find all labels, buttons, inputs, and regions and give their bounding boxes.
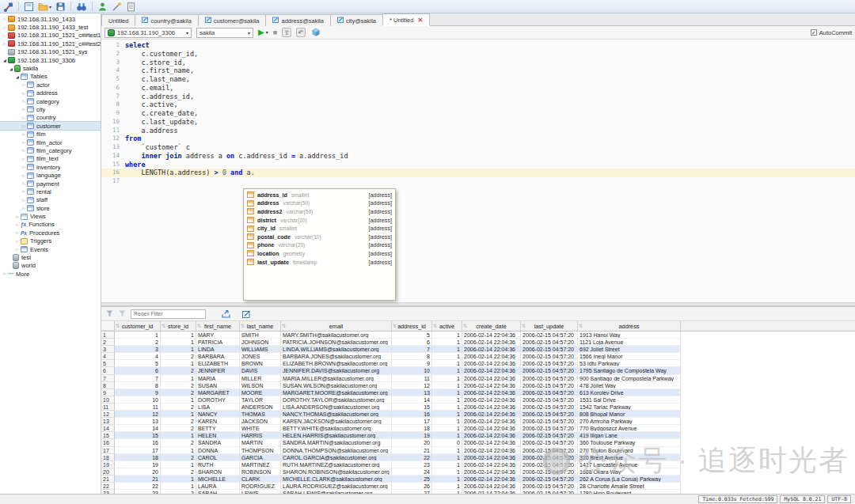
- column-header-last_update[interactable]: ⇅last_update: [521, 321, 578, 331]
- cell-email[interactable]: SHARON.ROBINSON@sakilacustomer.org: [281, 468, 392, 476]
- collapse-icon[interactable]: ◢: [2, 56, 8, 64]
- cell-last_name[interactable]: JACKSON: [240, 418, 281, 425]
- cell-first_name[interactable]: SUSAN: [196, 382, 240, 389]
- export-icon[interactable]: [221, 309, 231, 319]
- cell-last_name[interactable]: MILLER: [240, 375, 281, 382]
- cell-store_id[interactable]: 2: [161, 404, 196, 411]
- expand-icon[interactable]: ▷: [21, 138, 27, 146]
- cell-address[interactable]: 900 Santiago de Compostela Parkway: [578, 375, 681, 382]
- cell-last_name[interactable]: SMITH: [240, 332, 281, 339]
- cell-store_id[interactable]: 1: [161, 461, 196, 468]
- cell-address_id[interactable]: 10: [392, 367, 432, 374]
- table-row[interactable]: 20202SHARONROBINSONSHARON.ROBINSON@sakil…: [101, 468, 855, 476]
- cell-active[interactable]: 0: [432, 439, 462, 446]
- cell-active[interactable]: 1: [432, 360, 462, 367]
- table-row[interactable]: 662JENNIFERDAVISJENNIFER.DAVIS@sakilacus…: [101, 367, 855, 374]
- cell-last_name[interactable]: MARTINEZ: [240, 461, 281, 468]
- cell-customer_id[interactable]: 14: [115, 425, 161, 432]
- cell-last_update[interactable]: 2006-02-15 04:57:20: [521, 447, 578, 454]
- cell-first_name[interactable]: LINDA: [196, 346, 240, 353]
- expand-icon[interactable]: ▷: [21, 131, 27, 138]
- cell-active[interactable]: 1: [432, 411, 462, 418]
- cell-address_id[interactable]: 15: [392, 404, 432, 411]
- cell-address[interactable]: 808 Bhopal Manor: [578, 411, 681, 418]
- table-row[interactable]: 11112LISAANDERSONLISA.ANDERSON@sakilacus…: [101, 404, 855, 411]
- cell-store_id[interactable]: 1: [161, 476, 196, 483]
- cell-address[interactable]: 1531 Sal Drive: [578, 396, 681, 404]
- cell-email[interactable]: HELEN.HARRIS@sakilacustomer.org: [281, 432, 392, 439]
- cell-active[interactable]: 1: [432, 454, 462, 461]
- cell-store_id[interactable]: 1: [161, 375, 196, 382]
- sort-icon[interactable]: ⇅: [463, 321, 467, 331]
- suggestion-phone[interactable]: phonevarchar(20)[address]: [244, 241, 395, 250]
- cell-address_id[interactable]: 26: [392, 483, 432, 490]
- sort-icon[interactable]: ⇅: [522, 321, 526, 331]
- format-sql-icon[interactable]: [310, 27, 321, 39]
- cell-last_update[interactable]: 2006-02-15 04:57:20: [521, 389, 578, 396]
- cell-store_id[interactable]: 2: [161, 367, 196, 374]
- cell-address[interactable]: 1780 Hino Boulevard: [578, 490, 681, 494]
- cell-active[interactable]: 1: [432, 353, 462, 360]
- cell-customer_id[interactable]: 18: [115, 454, 161, 461]
- beautify-icon[interactable]: [111, 1, 123, 13]
- table-row[interactable]: 882SUSANWILSONSUSAN.WILSON@sakilacustome…: [101, 382, 855, 389]
- cell-store_id[interactable]: 1: [161, 396, 196, 404]
- cell-address_id[interactable]: 19: [392, 432, 432, 439]
- table-row[interactable]: 442BARBARAJONESBARBARA.JONES@sakilacusto…: [101, 353, 855, 360]
- cell-first_name[interactable]: DOROTHY: [196, 396, 240, 404]
- expand-icon[interactable]: ▷: [21, 172, 27, 180]
- cell-active[interactable]: 1: [432, 418, 462, 425]
- expand-icon[interactable]: ▷: [14, 213, 21, 221]
- column-header-active[interactable]: ⇅active: [432, 321, 462, 331]
- cell-first_name[interactable]: SHARON: [196, 468, 240, 476]
- filter-icon[interactable]: [105, 309, 114, 318]
- cell-last_update[interactable]: 2006-02-15 04:57:20: [521, 461, 578, 468]
- tree-item-triggers[interactable]: ▷Triggers: [0, 237, 101, 245]
- cell-address[interactable]: 770 Bydgoszcz Avenue: [578, 425, 681, 432]
- cell-customer_id[interactable]: 8: [115, 382, 161, 389]
- cell-address[interactable]: 1566 Inegl Manor: [578, 353, 681, 360]
- cell-customer_id[interactable]: 10: [115, 396, 161, 404]
- commit-button[interactable]: ⇧: [282, 28, 291, 37]
- cell-address_id[interactable]: 14: [392, 396, 432, 404]
- cell-create_date[interactable]: 2006-02-14 22:04:36: [462, 476, 521, 483]
- expand-icon[interactable]: ▷: [2, 40, 8, 47]
- expand-icon[interactable]: ▷: [2, 270, 8, 278]
- expand-icon[interactable]: ▷: [21, 114, 27, 122]
- table-row[interactable]: 15151HELENHARRISHELEN.HARRIS@sakilacusto…: [101, 432, 855, 439]
- table-row[interactable]: 18182CAROLGARCIACAROL.GARCIA@sakilacusto…: [101, 454, 855, 461]
- tree-item-store[interactable]: ▷store: [0, 204, 101, 212]
- cell-store_id[interactable]: 2: [161, 454, 196, 461]
- cell-last_update[interactable]: 2006-02-15 04:57:20: [521, 404, 578, 411]
- tree-item-staff[interactable]: ▷staff: [0, 196, 101, 204]
- cell-first_name[interactable]: BARBARA: [196, 353, 240, 360]
- regex-filter-input[interactable]: [131, 309, 206, 319]
- tab-address@sakila[interactable]: address@sakila: [265, 14, 330, 26]
- cell-last_update[interactable]: 2006-02-15 04:57:20: [521, 476, 578, 483]
- cell-last_update[interactable]: 2006-02-15 04:57:20: [521, 454, 578, 461]
- cell-create_date[interactable]: 2006-02-14 22:04:36: [462, 389, 521, 396]
- cell-customer_id[interactable]: 6: [115, 367, 161, 374]
- editor-line-8[interactable]: 8 c.active,: [101, 100, 855, 109]
- cell-create_date[interactable]: 2006-02-14 22:04:36: [462, 367, 521, 374]
- table-row[interactable]: 111MARYSMITHMARY.SMITH@sakilacustomer.or…: [101, 332, 855, 339]
- search-icon[interactable]: [75, 1, 88, 13]
- cell-last_update[interactable]: 2006-02-15 04:57:20: [521, 375, 578, 382]
- cell-active[interactable]: 1: [432, 339, 462, 346]
- tree-item-192-168-31-190-3306[interactable]: ◢192.168.31.190_3306: [0, 56, 101, 64]
- cell-last_update[interactable]: 2006-02-15 04:57:20: [521, 483, 578, 490]
- cell-last_update[interactable]: 2006-02-15 04:57:20: [521, 396, 578, 404]
- cell-last_update[interactable]: 2006-02-15 04:57:20: [521, 432, 578, 439]
- cell-store_id[interactable]: 1: [161, 346, 196, 353]
- cell-create_date[interactable]: 2006-02-14 22:04:36: [462, 404, 521, 411]
- cell-address_id[interactable]: 20: [392, 439, 432, 446]
- sort-icon[interactable]: ⇅: [162, 321, 165, 331]
- cell-store_id[interactable]: 1: [161, 447, 196, 454]
- cell-customer_id[interactable]: 15: [115, 432, 161, 439]
- cell-email[interactable]: BARBARA.JONES@sakilacustomer.org: [281, 353, 392, 360]
- table-row[interactable]: 331LINDAWILLIAMSLINDA.WILLIAMS@sakilacus…: [101, 346, 855, 353]
- cell-address[interactable]: 28 Charlotte Amalie Street: [578, 483, 681, 490]
- cell-last_name[interactable]: HARRIS: [240, 432, 281, 439]
- column-header-customer_id[interactable]: ⇅customer_id: [115, 321, 161, 331]
- cell-address[interactable]: 1795 Santiago de Compostela Way: [578, 367, 681, 374]
